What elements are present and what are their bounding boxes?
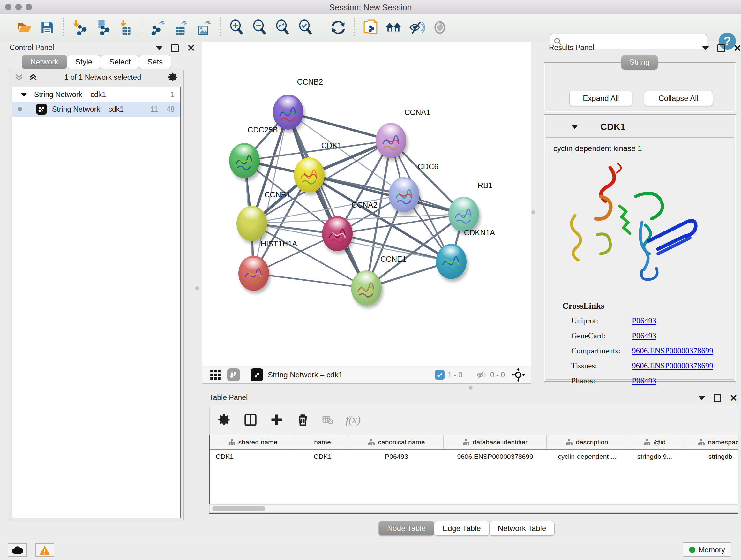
- delete-icon[interactable]: [296, 413, 310, 427]
- export-image-icon[interactable]: [193, 16, 216, 39]
- table-cell[interactable]: CDK1: [296, 449, 349, 463]
- save-session-icon[interactable]: [36, 16, 59, 39]
- import-database-icon[interactable]: [91, 16, 114, 39]
- warnings-button[interactable]: [35, 543, 54, 557]
- gene-header[interactable]: CDK1: [546, 117, 734, 138]
- control-panel-title: Control Panel: [10, 44, 54, 52]
- edge-CCNB2-CCNE1[interactable]: [288, 112, 366, 288]
- vertical-splitter-handle[interactable]: [195, 287, 199, 290]
- add-column-icon[interactable]: [270, 413, 284, 427]
- tab-select[interactable]: Select: [100, 55, 139, 69]
- node-HIST1H1A[interactable]: [239, 256, 269, 291]
- show-preview-icon[interactable]: [428, 16, 451, 39]
- node-CCNA1[interactable]: [376, 123, 406, 158]
- node-CDC6[interactable]: [389, 177, 419, 212]
- table-cell[interactable]: stringdb: [682, 449, 738, 463]
- node-CDK1[interactable]: [294, 158, 325, 192]
- selected-checkbox-icon[interactable]: [435, 370, 445, 380]
- float-panel-icon[interactable]: [718, 44, 725, 52]
- crosslink-link[interactable]: P06493: [632, 376, 656, 385]
- column-header-description[interactable]: description: [547, 435, 627, 449]
- refresh-icon[interactable]: [327, 16, 350, 39]
- edge-HIST1H1A-CCNE1[interactable]: [254, 273, 366, 288]
- panel-menu-icon[interactable]: [702, 46, 709, 51]
- collapse-all-icon[interactable]: [14, 73, 24, 81]
- edge-CCNB2-CCNA1[interactable]: [288, 112, 391, 140]
- column-header-canonical-name[interactable]: canonical name: [349, 435, 444, 449]
- close-panel-icon[interactable]: ✕: [733, 44, 741, 52]
- hide-selected-icon[interactable]: [405, 16, 428, 39]
- import-table-icon[interactable]: [114, 16, 137, 39]
- tab-sets[interactable]: Sets: [139, 55, 172, 69]
- panel-menu-icon[interactable]: [698, 396, 705, 400]
- hidden-eye-icon[interactable]: [476, 370, 487, 380]
- memory-button[interactable]: Memory: [683, 543, 731, 557]
- tab-string[interactable]: String: [621, 55, 658, 70]
- collapse-all-button[interactable]: Collapse All: [644, 91, 713, 106]
- node-CCNE1[interactable]: [351, 270, 382, 306]
- export-network-icon[interactable]: [147, 16, 170, 39]
- column-header-database-identifier[interactable]: database identifier: [444, 435, 547, 449]
- tab-network-table[interactable]: Network Table: [489, 521, 555, 536]
- node-RB1[interactable]: [448, 197, 479, 232]
- table-cell[interactable]: 9606.ENSP00000378699: [444, 449, 547, 463]
- column-header-namespace[interactable]: namespace: [682, 435, 738, 449]
- crosslink-link[interactable]: 9606.ENSP00000378699: [632, 361, 713, 370]
- zoom-selected-icon[interactable]: [294, 16, 317, 39]
- export-table-icon[interactable]: [170, 16, 193, 39]
- table-cell[interactable]: cyclin-dependent ...: [547, 449, 627, 463]
- collapse-arrow-icon[interactable]: [571, 125, 578, 129]
- expand-all-icon[interactable]: [28, 73, 38, 81]
- close-panel-icon[interactable]: ✕: [730, 394, 738, 402]
- scrollbar-thumb[interactable]: [212, 506, 265, 511]
- crosslink-link[interactable]: P06493: [632, 316, 656, 325]
- table-cell[interactable]: stringdb:9...: [627, 449, 682, 463]
- table-cell[interactable]: CDK1: [210, 449, 296, 463]
- float-panel-icon[interactable]: [171, 44, 179, 52]
- crosslink-link[interactable]: P06493: [632, 331, 656, 340]
- column-header--id[interactable]: @id: [627, 435, 682, 449]
- delete-table-icon[interactable]: [322, 413, 333, 427]
- collapse-arrow-icon[interactable]: [21, 92, 27, 97]
- tab-edge-table[interactable]: Edge Table: [434, 521, 489, 536]
- crosslink-link[interactable]: 9606.ENSP00000378699: [632, 347, 713, 355]
- node-CDC25B[interactable]: [229, 143, 260, 178]
- node-CCNB2[interactable]: [273, 95, 304, 130]
- fit-selected-crosshair-icon[interactable]: [511, 368, 525, 382]
- zoom-fit-icon[interactable]: [271, 16, 294, 39]
- tab-node-table[interactable]: Node Table: [379, 521, 434, 536]
- string-document-icon[interactable]: [359, 16, 382, 39]
- table-horizontal-scrollbar[interactable]: [209, 504, 738, 513]
- expand-all-button[interactable]: Expand All: [569, 91, 632, 106]
- table-cell[interactable]: P06493: [349, 449, 444, 463]
- zoom-out-icon[interactable]: [248, 16, 271, 39]
- import-network-icon[interactable]: [68, 16, 91, 39]
- open-in-window-icon[interactable]: [251, 368, 263, 381]
- network-collection-row[interactable]: String Network – cdk1 1: [12, 87, 180, 102]
- gear-icon[interactable]: [217, 413, 231, 427]
- zoom-in-icon[interactable]: [225, 16, 248, 39]
- gear-icon[interactable]: [167, 72, 179, 83]
- close-panel-icon[interactable]: ✕: [187, 44, 195, 52]
- node-CCNB1[interactable]: [237, 206, 267, 241]
- birds-eye-view-icon[interactable]: [227, 368, 240, 381]
- function-builder-icon[interactable]: f(x): [346, 414, 360, 426]
- vertical-splitter-handle[interactable]: [531, 210, 535, 214]
- open-session-icon[interactable]: [13, 16, 36, 39]
- tab-style[interactable]: Style: [67, 55, 101, 69]
- node-CCNA2[interactable]: [322, 216, 353, 251]
- cloud-button[interactable]: [8, 543, 27, 557]
- network-canvas[interactable]: CCNB2CCNA1CDC25BCDK1CDC6RB1CCNB1CCNA2HIS…: [202, 42, 531, 366]
- tab-network[interactable]: Network: [22, 55, 67, 69]
- node-CDKN1A[interactable]: [436, 244, 467, 279]
- grid-view-icon[interactable]: [209, 369, 221, 381]
- horizontal-splitter-handle[interactable]: [469, 386, 473, 389]
- columns-icon[interactable]: [244, 413, 258, 427]
- column-header-shared-name[interactable]: shared name: [210, 435, 296, 449]
- network-row-selected[interactable]: String Network – cdk1 11 48: [12, 102, 180, 117]
- panel-menu-icon[interactable]: [156, 46, 163, 51]
- home-icon[interactable]: [382, 16, 405, 39]
- column-header-name[interactable]: name: [296, 435, 349, 449]
- table-row[interactable]: CDK1CDK1P064939606.ENSP00000378699cyclin…: [210, 449, 738, 463]
- float-panel-icon[interactable]: [714, 394, 721, 402]
